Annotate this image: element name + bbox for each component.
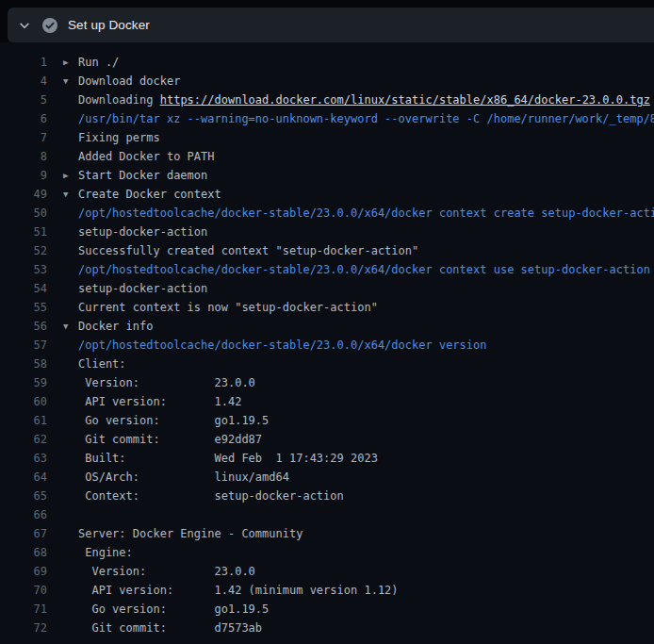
line-number[interactable]: 67 [0,524,47,543]
log-text: /usr/bin/tar xz --warning=no-unknown-key… [78,109,654,128]
line-number[interactable]: 1 [0,53,47,72]
log-line[interactable]: 55Current context is now "setup-docker-a… [0,298,654,317]
chevron-right-icon[interactable]: ▶ [47,53,78,72]
log-text: Fixing perms [78,128,160,147]
log-text: Engine: [78,543,133,562]
line-number[interactable]: 59 [0,373,47,392]
log-line[interactable]: 65 Context: setup-docker-action [0,487,654,505]
line-number[interactable]: 61 [0,411,47,430]
line-number[interactable]: 9 [0,166,47,185]
line-number[interactable]: 70 [0,581,47,600]
log-line[interactable]: 54setup-docker-action [0,279,654,298]
log-line[interactable]: 57/opt/hostedtoolcache/docker-stable/23.… [0,336,654,355]
line-number[interactable]: 64 [0,468,47,487]
log-line[interactable]: 50/opt/hostedtoolcache/docker-stable/23.… [0,204,654,223]
log-line[interactable]: 59 Version: 23.0.0 [0,373,654,392]
log-line[interactable]: 1▶Run ./ [0,53,654,72]
log-line[interactable]: 52Successfully created context "setup-do… [0,241,654,260]
log-text: Client: [78,355,126,373]
check-circle-icon [41,17,58,34]
line-number[interactable]: 8 [0,147,47,166]
log-text: OS/Arch: linux/amd64 [78,468,289,487]
group-title[interactable]: Create Docker context [78,185,221,204]
log-line[interactable]: 56▼Docker info [0,317,654,336]
log-line[interactable]: 4▼Download docker [0,72,654,91]
chevron-right-icon[interactable]: ▶ [47,166,78,185]
group-title[interactable]: Download docker [78,72,180,91]
line-number[interactable]: 65 [0,487,47,505]
chevron-down-icon[interactable] [17,18,32,33]
line-number[interactable]: 63 [0,449,47,468]
line-number[interactable]: 55 [0,298,47,317]
log-line[interactable]: 58Client: [0,355,654,373]
log-line[interactable]: 7Fixing perms [0,128,654,147]
log-container[interactable]: 1▶Run ./4▼Download docker5Downloading ht… [0,42,654,644]
line-number[interactable]: 56 [0,317,47,336]
log-line[interactable]: 71 Go version: go1.19.5 [0,600,654,619]
log-text: Downloading https://download.docker.com/… [78,91,650,109]
log-line[interactable]: 68 Engine: [0,543,654,562]
line-number[interactable]: 68 [0,543,47,562]
log-text: Current context is now "setup-docker-act… [78,298,378,317]
chevron-down-icon[interactable]: ▼ [47,72,78,91]
log-text: Added Docker to PATH [78,147,215,166]
log-line[interactable]: 69 Version: 23.0.0 [0,562,654,581]
log-text: API version: 1.42 (minimum version 1.12) [78,581,399,600]
log-text: /opt/hostedtoolcache/docker-stable/23.0.… [78,204,654,223]
line-number[interactable]: 50 [0,204,47,223]
log-line[interactable]: 53/opt/hostedtoolcache/docker-stable/23.… [0,260,654,279]
line-number[interactable]: 4 [0,72,47,91]
log-line[interactable]: 62 Git commit: e92dd87 [0,430,654,449]
line-number[interactable]: 5 [0,91,47,109]
log-text: Successfully created context "setup-dock… [78,241,418,260]
log-line[interactable]: 5Downloading https://download.docker.com… [0,91,654,109]
log-line[interactable]: 66 [0,505,654,524]
log-link[interactable]: https://download.docker.com/linux/static… [160,93,650,107]
log-line[interactable]: 8Added Docker to PATH [0,147,654,166]
log-text: API version: 1.42 [78,392,241,411]
line-number[interactable]: 57 [0,336,47,355]
log-line[interactable]: 63 Built: Wed Feb 1 17:43:29 2023 [0,449,654,468]
group-title[interactable]: Docker info [78,317,153,336]
line-number[interactable]: 51 [0,223,47,241]
log-text: Downloading [78,93,160,107]
log-text: setup-docker-action [78,223,207,241]
log-line[interactable]: 60 API version: 1.42 [0,392,654,411]
line-number[interactable]: 62 [0,430,47,449]
line-number[interactable]: 66 [0,505,47,524]
step-header[interactable]: Set up Docker [8,8,654,42]
log-text: Go version: go1.19.5 [78,411,269,430]
line-number[interactable]: 69 [0,562,47,581]
log-line[interactable]: 6/usr/bin/tar xz --warning=no-unknown-ke… [0,109,654,128]
log-text: /opt/hostedtoolcache/docker-stable/23.0.… [78,336,486,355]
log-text: Context: setup-docker-action [78,487,344,505]
log-line[interactable]: 49▼Create Docker context [0,185,654,204]
line-number[interactable]: 71 [0,600,47,619]
line-number[interactable]: 53 [0,260,47,279]
log-line[interactable]: 9▶Start Docker daemon [0,166,654,185]
line-number[interactable]: 52 [0,241,47,260]
chevron-down-icon[interactable]: ▼ [47,317,78,336]
line-number[interactable]: 6 [0,109,47,128]
line-number[interactable]: 60 [0,392,47,411]
log-line[interactable]: 61 Go version: go1.19.5 [0,411,654,430]
log-text: Version: 23.0.0 [78,562,255,581]
log-line[interactable]: 64 OS/Arch: linux/amd64 [0,468,654,487]
line-number[interactable]: 49 [0,185,47,204]
log-line[interactable]: 70 API version: 1.42 (minimum version 1.… [0,581,654,600]
line-number[interactable]: 72 [0,619,47,637]
log-text: Server: Docker Engine - Community [78,524,302,543]
group-title[interactable]: Start Docker daemon [78,166,207,185]
chevron-down-icon[interactable]: ▼ [47,185,78,204]
group-title[interactable]: Run ./ [78,53,119,72]
log-text: Version: 23.0.0 [78,373,255,392]
log-line[interactable]: 72 Git commit: d7573ab [0,619,654,637]
log-text: setup-docker-action [78,279,207,298]
log-line[interactable]: 67Server: Docker Engine - Community [0,524,654,543]
log-text: Built: Wed Feb 1 17:43:29 2023 [78,449,378,468]
line-number[interactable]: 58 [0,355,47,373]
step-title: Set up Docker [68,18,150,32]
line-number[interactable]: 7 [0,128,47,147]
log-line[interactable]: 51setup-docker-action [0,223,654,241]
line-number[interactable]: 54 [0,279,47,298]
